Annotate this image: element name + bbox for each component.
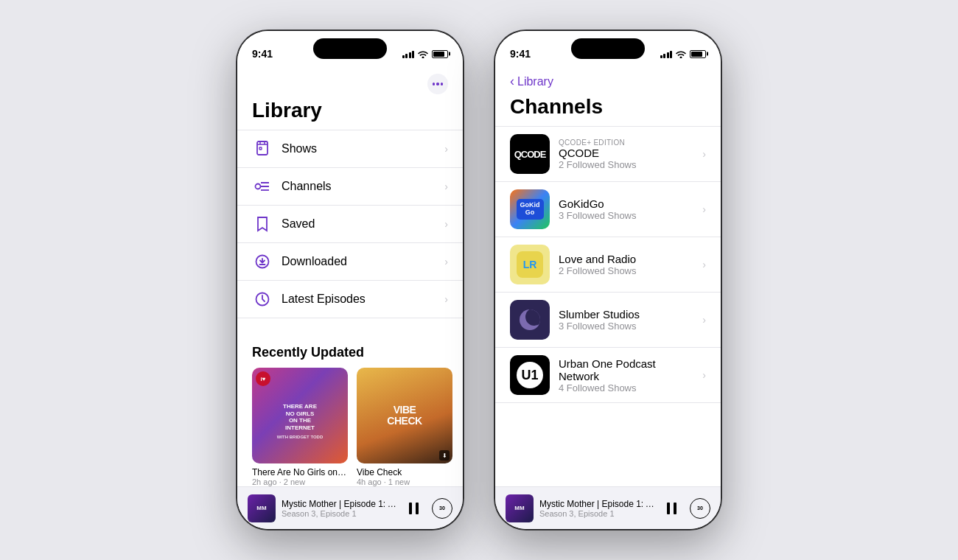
page-title: Library <box>237 99 463 130</box>
qcode-info: QCODE+ EDITION QCODE 2 Followed Shows <box>559 139 693 170</box>
wifi-icon <box>418 50 428 58</box>
channel-item-gokidgo[interactable]: GoKidGo GoKidGo 3 Followed Shows › <box>495 182 721 237</box>
menu-item-downloaded[interactable]: Downloaded › <box>237 243 463 281</box>
gokidgo-meta: 3 Followed Shows <box>559 210 693 221</box>
qcode-edition: QCODE+ EDITION <box>559 139 693 147</box>
mini-player-subtitle-2: Season 3, Episode 1 <box>539 509 656 518</box>
urban-logo: U1 <box>510 355 550 395</box>
latest-episodes-icon <box>252 289 273 309</box>
podcast-meta-no-girls: 2h ago · 2 new <box>252 477 348 486</box>
iheart-logo: i♥ <box>256 371 270 386</box>
channel-item-qcode[interactable]: QCODE QCODE+ EDITION QCODE 2 Followed Sh… <box>495 126 721 182</box>
menu-item-saved[interactable]: Saved › <box>237 206 463 243</box>
mini-player-controls: 30 <box>404 498 452 519</box>
gokidgo-logo: GoKidGo <box>510 189 550 229</box>
slumber-name: Slumber Studios <box>559 308 693 321</box>
status-icons-2 <box>660 49 707 58</box>
more-options-button[interactable] <box>427 74 448 94</box>
status-icons-1 <box>402 49 449 58</box>
slumber-info: Slumber Studios 3 Followed Shows <box>559 308 693 332</box>
podcast-card-no-girls[interactable]: i♥ THERE ARENO GIRLSON THEINTERNET WITH … <box>252 368 348 486</box>
mini-player-text-2: Mystic Mother | Episode 1: A... Season 3… <box>539 499 656 518</box>
skip-forward-button[interactable]: 30 <box>432 498 452 519</box>
skip-forward-button-2[interactable]: 30 <box>690 498 710 519</box>
status-time-1: 9:41 <box>252 48 273 60</box>
menu-channels-label: Channels <box>282 180 444 193</box>
wifi-icon <box>676 50 686 58</box>
podcast-thumb-no-girls: i♥ THERE ARENO GIRLSON THEINTERNET WITH … <box>252 368 348 463</box>
mini-player-thumb: MM <box>248 494 276 522</box>
dynamic-island-1 <box>313 38 387 59</box>
recently-updated-title: Recently Updated <box>237 335 463 368</box>
svg-rect-1 <box>259 147 262 150</box>
channel-item-urban[interactable]: U1 Urban One Podcast Network 4 Followed … <box>495 348 721 403</box>
mini-player-text: Mystic Mother | Episode 1: A... Season 3… <box>282 499 398 518</box>
mini-player-2[interactable]: MM Mystic Mother | Episode 1: A... Seaso… <box>495 486 721 529</box>
menu-shows-label: Shows <box>282 142 444 155</box>
signal-bar <box>663 54 665 58</box>
chevron-icon: › <box>702 314 706 326</box>
pause-button[interactable] <box>404 498 424 519</box>
chevron-icon: › <box>444 218 448 230</box>
status-bar-1: 9:41 <box>237 31 463 68</box>
phone-1: 9:41 <box>236 29 464 531</box>
channel-item-love-radio[interactable]: LR Love and Radio 2 Followed Shows › <box>495 237 721 293</box>
signal-bars-2 <box>660 49 673 58</box>
urban-meta: 4 Followed Shows <box>559 382 693 393</box>
mini-player-subtitle: Season 3, Episode 1 <box>282 509 398 518</box>
channel-item-slumber[interactable]: Slumber Studios 3 Followed Shows › <box>495 293 721 348</box>
svg-rect-10 <box>416 503 419 514</box>
love-radio-logo: LR <box>510 245 550 284</box>
podcast-grid: i♥ THERE ARENO GIRLSON THEINTERNET WITH … <box>237 368 463 486</box>
library-header <box>237 68 463 99</box>
chevron-icon: › <box>702 259 706 270</box>
signal-bar <box>660 55 662 58</box>
signal-bar <box>667 52 669 58</box>
menu-latest-episodes-label: Latest Episodes <box>282 293 444 306</box>
signal-bar <box>670 51 672 58</box>
mini-player-1[interactable]: MM Mystic Mother | Episode 1: A... Seaso… <box>237 486 463 529</box>
menu-item-latest-episodes[interactable]: Latest Episodes › <box>237 281 463 318</box>
svg-rect-9 <box>409 503 412 514</box>
chevron-icon: › <box>702 148 706 160</box>
qcode-meta: 2 Followed Shows <box>559 159 693 170</box>
chevron-icon: › <box>702 203 706 215</box>
menu-downloaded-label: Downloaded <box>282 255 444 268</box>
qcode-logo: QCODE <box>510 134 550 174</box>
signal-bar <box>409 52 411 58</box>
mini-player-thumb-2: MM <box>506 494 534 522</box>
shows-icon <box>252 139 273 159</box>
podcast-card-vibe-check[interactable]: VIBECHECK ⬇ Vibe Check 4h ago · 1 new <box>357 368 452 486</box>
svg-rect-0 <box>257 141 268 155</box>
phone-2: 9:41 ‹ <box>494 29 722 531</box>
status-time-2: 9:41 <box>510 48 531 60</box>
svg-point-2 <box>256 184 261 189</box>
menu-item-channels[interactable]: Channels › <box>237 168 463 206</box>
chevron-icon: › <box>702 369 706 381</box>
svg-rect-11 <box>667 503 670 514</box>
back-arrow-icon[interactable]: ‹ <box>510 74 514 89</box>
battery-icon <box>432 50 448 58</box>
slumber-meta: 3 Followed Shows <box>559 321 693 332</box>
channel-list: QCODE QCODE+ EDITION QCODE 2 Followed Sh… <box>495 126 721 486</box>
gokidgo-info: GoKidGo 3 Followed Shows <box>559 197 693 221</box>
signal-bar <box>402 55 405 58</box>
saved-icon <box>252 214 273 234</box>
mini-player-title-2: Mystic Mother | Episode 1: A... <box>539 499 656 509</box>
qcode-name: QCODE <box>559 147 693 159</box>
podcast-name-no-girls: There Are No Girls on T... <box>252 467 348 477</box>
mini-player-title: Mystic Mother | Episode 1: A... <box>282 499 398 509</box>
dynamic-island-2 <box>571 38 645 59</box>
podcast-name-vibe-check: Vibe Check <box>357 467 452 477</box>
channels-nav: ‹ Library <box>495 68 721 95</box>
mini-player-controls-2: 30 <box>662 498 710 519</box>
back-label[interactable]: Library <box>517 75 553 88</box>
love-radio-info: Love and Radio 2 Followed Shows <box>559 253 693 276</box>
menu-item-shows[interactable]: Shows › <box>237 130 463 168</box>
chevron-icon: › <box>444 256 448 267</box>
pause-button-2[interactable] <box>662 498 682 519</box>
chevron-icon: › <box>444 181 448 192</box>
channels-page-title: Channels <box>495 95 721 126</box>
podcast-meta-vibe-check: 4h ago · 1 new <box>357 477 452 486</box>
battery-icon <box>690 50 706 58</box>
